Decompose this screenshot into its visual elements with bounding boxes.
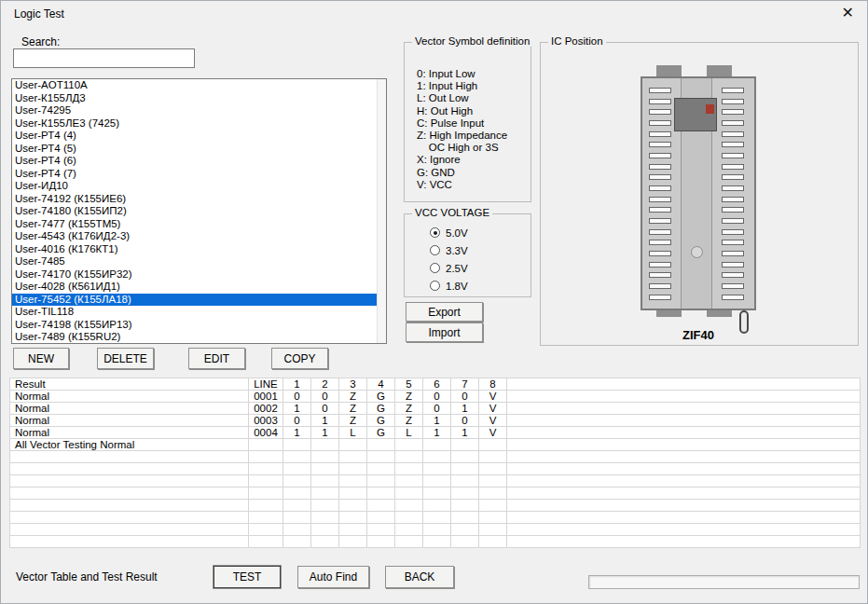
- table-header-1: 1: [283, 378, 311, 391]
- vector-symbol-line: V: VCC: [417, 179, 507, 191]
- vector-symbol-line: 1: Input High: [417, 80, 507, 92]
- search-input[interactable]: [13, 48, 195, 68]
- edit-button[interactable]: EDIT: [188, 348, 245, 369]
- vcc-option-5.0V[interactable]: 5.0V: [430, 224, 468, 241]
- device-list-item[interactable]: User-К155ЛЕ3 (7425): [12, 117, 386, 130]
- vector-table-body: Normal000100ZGZ00VNormal000210ZGZ01VNorm…: [10, 391, 861, 548]
- vcc-option-1.8V[interactable]: 1.8V: [430, 277, 468, 295]
- test-button[interactable]: TEST: [214, 566, 281, 588]
- delete-button[interactable]: DELETE: [97, 348, 154, 369]
- pin-slot: [722, 153, 744, 158]
- pin-slot: [649, 99, 671, 104]
- device-list-item[interactable]: User-7489 (К155RU2): [12, 331, 386, 344]
- ic-position-title: IC Position: [548, 35, 606, 47]
- auto-find-button[interactable]: Auto Find: [297, 566, 369, 588]
- device-list-item[interactable]: User-4028 (К561ИД1): [12, 281, 386, 294]
- window-title: Logic Test: [14, 7, 64, 21]
- pin-slot: [722, 240, 744, 245]
- device-list-item[interactable]: User-74170 (К155ИР32): [12, 268, 386, 281]
- table-row[interactable]: [10, 487, 861, 500]
- device-list-item[interactable]: User-74180 (К155ИП2): [12, 205, 386, 218]
- pin-slot: [722, 283, 744, 289]
- radio-icon[interactable]: [430, 245, 440, 255]
- pin-slot: [722, 197, 744, 202]
- table-header-Result: Result: [10, 378, 249, 391]
- device-list-item[interactable]: User-75452 (К155ЛА18): [12, 294, 386, 307]
- table-row[interactable]: [10, 500, 861, 512]
- copy-button[interactable]: COPY: [271, 348, 328, 369]
- device-list-item[interactable]: User-7477 (К155ТМ5): [12, 218, 386, 231]
- device-list-item[interactable]: User-4543 (К176ИД2-3): [12, 230, 386, 243]
- pin-slot: [649, 153, 671, 158]
- table-row[interactable]: All Vector Testing Normal: [10, 439, 861, 451]
- table-row[interactable]: [10, 536, 861, 548]
- pin-slot: [649, 251, 671, 256]
- device-list-item[interactable]: User-74198 (К155ИР13): [12, 319, 386, 332]
- pin-column-left: [649, 88, 671, 300]
- vector-symbol-line: X: Ignore: [417, 154, 507, 166]
- table-row[interactable]: [10, 475, 861, 487]
- new-button[interactable]: NEW: [13, 348, 69, 369]
- pin-slot: [722, 131, 744, 137]
- pin-slot: [649, 283, 671, 289]
- vcc-option-2.5V[interactable]: 2.5V: [430, 259, 468, 277]
- vector-symbol-line: Z: High Impedance: [417, 130, 507, 142]
- device-list-item[interactable]: User-РТ4 (4): [12, 130, 386, 143]
- ic-chip-pin1-mark: [706, 104, 714, 114]
- device-list-item[interactable]: User-РТ4 (6): [12, 155, 386, 168]
- device-list[interactable]: User-AOT110AUser-К155ЛД3User-74295User-К…: [11, 78, 387, 344]
- table-row[interactable]: Normal000210ZGZ01V: [10, 403, 861, 415]
- radio-icon[interactable]: [430, 263, 440, 273]
- pin-slot: [722, 229, 744, 235]
- vcc-voltage-groupbox: VCC VOLTAGE 5.0V3.3V2.5V1.8V: [404, 213, 531, 297]
- device-list-item[interactable]: User-К155ЛД3: [12, 92, 386, 105]
- vector-symbol-groupbox: Vector Symbol definition 0: Input Low1: …: [404, 42, 531, 202]
- device-list-item[interactable]: User-74295: [12, 104, 386, 117]
- table-header-7: 7: [451, 378, 479, 391]
- export-button[interactable]: Export: [406, 302, 483, 322]
- search-label: Search:: [21, 35, 60, 48]
- footer-status-label: Vector Table and Test Result: [16, 570, 158, 583]
- table-row[interactable]: Normal000301ZGZ10V: [10, 415, 861, 427]
- titlebar: Logic Test ✕: [1, 1, 867, 27]
- device-list-item[interactable]: User-AOT110A: [12, 79, 386, 92]
- radio-icon[interactable]: [430, 281, 440, 291]
- vcc-voltage-title: VCC VOLTAGE: [412, 207, 492, 218]
- table-row[interactable]: Normal000411LGL11V: [10, 427, 861, 439]
- device-list-item[interactable]: User-74192 (К155ИЕ6): [12, 193, 386, 206]
- device-list-item[interactable]: User-РТ4 (7): [12, 168, 386, 181]
- pin-slot: [722, 295, 744, 300]
- vcc-option-3.3V[interactable]: 3.3V: [430, 241, 468, 259]
- ic-chip-graphic: [674, 98, 717, 131]
- table-row[interactable]: [10, 451, 861, 463]
- pin-slot: [722, 109, 744, 115]
- zif-socket-label: ZIF40: [641, 328, 756, 342]
- pin-slot: [722, 185, 744, 191]
- back-button[interactable]: BACK: [385, 566, 454, 588]
- device-list-item[interactable]: User-TIL118: [12, 306, 386, 319]
- table-row[interactable]: [10, 524, 861, 536]
- pin-slot: [649, 207, 671, 213]
- progress-bar: [588, 575, 860, 589]
- close-icon[interactable]: ✕: [838, 4, 858, 22]
- table-row[interactable]: Normal000100ZGZ00V: [10, 391, 861, 403]
- vector-symbol-line: OC High or 3S: [417, 142, 507, 154]
- table-row[interactable]: [10, 463, 861, 475]
- pin-column-right: [722, 88, 744, 300]
- table-header-8: 8: [479, 378, 507, 391]
- pin-slot: [722, 164, 744, 170]
- device-list-item[interactable]: User-4016 (К176КТ1): [12, 243, 386, 256]
- list-scrollbar[interactable]: [377, 79, 386, 343]
- radio-icon[interactable]: [430, 227, 440, 238]
- table-row[interactable]: [10, 512, 861, 524]
- vector-symbol-line: H: Out High: [417, 105, 507, 117]
- device-list-item[interactable]: User-ИД10: [12, 180, 386, 193]
- pin-slot: [649, 142, 671, 147]
- device-list-item[interactable]: User-РТ4 (5): [12, 143, 386, 156]
- pin-slot: [649, 164, 671, 170]
- import-button[interactable]: Import: [406, 323, 483, 342]
- vcc-option-label: 2.5V: [446, 263, 468, 274]
- table-header-4: 4: [367, 378, 395, 391]
- vcc-option-label: 1.8V: [446, 281, 468, 292]
- device-list-item[interactable]: User-7485: [12, 255, 386, 268]
